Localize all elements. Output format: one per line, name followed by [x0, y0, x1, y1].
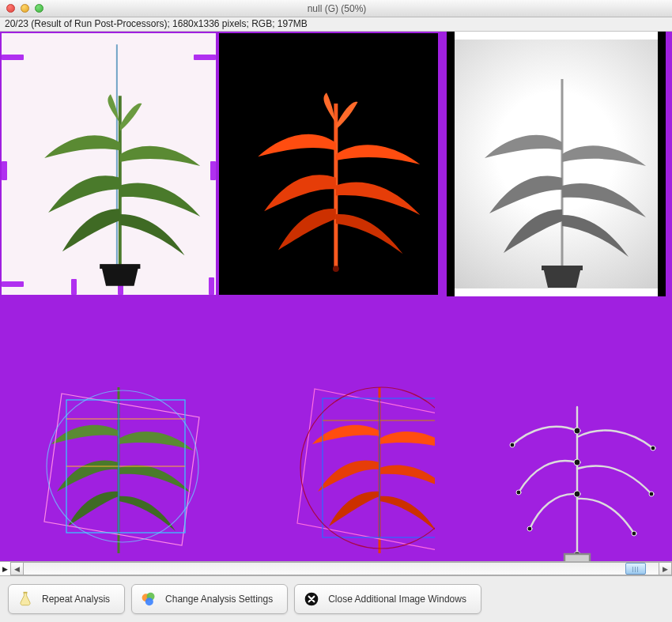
panel-fluorescence: [217, 32, 440, 296]
close-additional-windows-button[interactable]: Close Additional Image Windows: [294, 584, 481, 614]
overlay-skeleton: [451, 296, 672, 561]
panel-skeleton-analysis: [451, 296, 672, 561]
svg-point-4: [333, 266, 339, 272]
image-canvas[interactable]: [0, 32, 672, 561]
svg-point-22: [574, 459, 580, 466]
svg-point-23: [574, 491, 580, 497]
svg-rect-32: [24, 592, 28, 594]
svg-point-26: [516, 490, 521, 495]
scroll-track[interactable]: [24, 562, 659, 575]
button-label: Close Additional Image Windows: [328, 594, 466, 605]
close-circle-icon: [303, 590, 320, 608]
overlay-fluo: [213, 296, 435, 561]
plant-fluo-image: [219, 33, 438, 295]
panel-rgb: [0, 32, 217, 296]
play-icon[interactable]: ▶: [0, 562, 10, 575]
svg-rect-31: [564, 554, 590, 561]
image-status-line: 20/23 (Result of Run Post-Processors); 1…: [0, 17, 672, 32]
panel-rgb-analysis: [0, 296, 221, 561]
scroll-thumb[interactable]: [625, 563, 646, 575]
palette-icon: [140, 590, 157, 608]
repeat-analysis-button[interactable]: Repeat Analysis: [8, 584, 125, 614]
frame-scroll-strip: ▶ ◀ ▶: [0, 561, 672, 576]
svg-point-29: [632, 531, 636, 536]
svg-point-21: [574, 428, 580, 434]
action-toolbar: Repeat Analysis Change Analysis Settings…: [0, 576, 672, 622]
svg-rect-6: [542, 266, 583, 270]
svg-point-24: [510, 443, 515, 447]
button-label: Change Analysis Settings: [165, 594, 273, 605]
flask-icon: [17, 590, 34, 608]
change-analysis-settings-button[interactable]: Change Analysis Settings: [131, 584, 288, 614]
plant-gray-image: [447, 32, 666, 296]
panel-grayscale: [447, 32, 666, 296]
svg-point-27: [649, 492, 654, 496]
window-title: null (G) (50%): [8, 3, 666, 14]
plant-rgb-image: [2, 33, 216, 295]
svg-point-35: [145, 597, 153, 605]
scroll-right-button[interactable]: ▶: [659, 562, 672, 575]
svg-point-25: [651, 446, 655, 450]
svg-point-28: [527, 526, 532, 531]
panel-fluo-analysis: [213, 296, 435, 561]
scroll-left-button[interactable]: ◀: [10, 562, 24, 575]
svg-rect-2: [100, 264, 140, 269]
overlay-rgb: [0, 296, 221, 561]
titlebar: null (G) (50%): [0, 0, 672, 17]
button-label: Repeat Analysis: [42, 594, 110, 605]
